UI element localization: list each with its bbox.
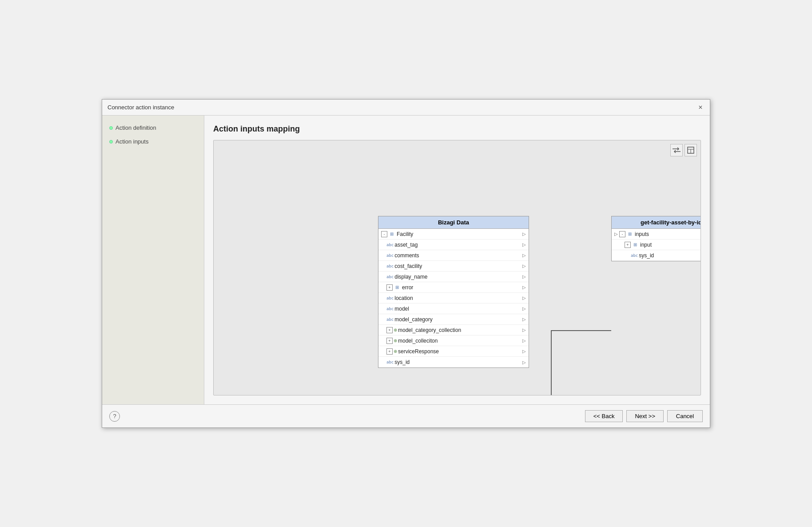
sidebar-item-action-definition[interactable]: Action definition <box>109 124 197 131</box>
abc-icon: abc <box>386 296 394 300</box>
row-label: inputs <box>635 231 701 237</box>
mapping-icon-button[interactable] <box>670 144 683 156</box>
dialog-title: Connector action instance <box>107 104 174 111</box>
main-content: Action inputs mapping <box>204 116 710 404</box>
table-row[interactable]: ▷ + ⊞ input <box>612 240 701 250</box>
page-title: Action inputs mapping <box>213 124 701 134</box>
dialog-footer: ? << Back Next >> Cancel <box>102 404 710 427</box>
row-arrow: ▷ <box>522 338 526 343</box>
connector-table-header: get-facility-asset-by-id <box>612 216 701 229</box>
expand-icon[interactable]: + <box>386 327 393 333</box>
expand-icon[interactable]: + <box>625 242 631 248</box>
row-arrow: ▷ <box>522 306 526 311</box>
row-arrow: ▷ <box>522 285 526 290</box>
row-label: error <box>402 284 521 291</box>
row-label: model_category <box>394 316 521 323</box>
mapping-icon <box>673 147 681 153</box>
abc-icon: abc <box>386 360 394 364</box>
row-arrow: ▷ <box>522 242 526 247</box>
table-row[interactable]: abc model_category ▷ <box>378 314 529 325</box>
title-bar: Connector action instance × <box>102 100 710 116</box>
row-label: Facility <box>397 231 521 237</box>
table-row[interactable]: + ⊕ serviceResponse ▷ <box>378 346 529 357</box>
table-row[interactable]: + ⊞ error ▷ <box>378 282 529 293</box>
row-label: cost_facility <box>394 263 521 269</box>
row-arrow: ▷ <box>522 349 526 354</box>
abc-icon: abc <box>386 275 394 279</box>
connector-action-dialog: Connector action instance × Action defin… <box>102 99 710 428</box>
toolbar-icons <box>670 144 697 156</box>
row-label: model_colleciton <box>398 338 521 344</box>
bizagi-table-header: Bizagi Data <box>378 216 529 229</box>
row-label: sys_id <box>639 252 701 259</box>
row-label: location <box>394 295 521 301</box>
footer-buttons: << Back Next >> Cancel <box>585 410 703 422</box>
row-label: comments <box>394 252 521 259</box>
sidebar: Action definition Action inputs <box>102 116 204 404</box>
abc-icon: abc <box>386 317 394 322</box>
sidebar-dot-action-definition <box>109 126 113 130</box>
row-arrow: ▷ <box>522 253 526 258</box>
table-row[interactable]: ▷ - ⊞ inputs <box>612 229 701 240</box>
row-label: model_category_collection <box>398 327 521 333</box>
layout-icon-button[interactable] <box>685 144 697 156</box>
row-arrow: ▷ <box>522 232 526 236</box>
row-label: serviceResponse <box>398 348 521 355</box>
table-icon: ⊞ <box>632 241 639 248</box>
bizagi-table-rows: - ⊞ Facility ▷ abc asset_tag ▷ <box>378 229 529 367</box>
table-row[interactable]: + ⊕ model_colleciton ▷ <box>378 335 529 346</box>
table-row[interactable]: - ⊞ Facility ▷ <box>378 229 529 240</box>
layout-icon <box>687 147 694 154</box>
sidebar-label-action-inputs: Action inputs <box>115 138 148 145</box>
back-button[interactable]: << Back <box>585 410 623 422</box>
row-label: sys_id <box>394 359 521 365</box>
abc-icon: abc <box>386 243 394 247</box>
close-button[interactable]: × <box>697 104 705 112</box>
table-row[interactable]: abc model ▷ <box>378 303 529 314</box>
sidebar-label-action-definition: Action definition <box>115 124 156 131</box>
row-arrow: ▷ <box>522 327 526 332</box>
expand-icon[interactable]: + <box>386 284 393 291</box>
next-button[interactable]: Next >> <box>626 410 664 422</box>
expand-icon[interactable]: - <box>381 231 387 237</box>
row-label: input <box>640 242 701 248</box>
connector-table-rows: ▷ - ⊞ inputs ▷ + ⊞ input <box>612 229 701 261</box>
expand-icon[interactable]: + <box>386 348 393 355</box>
row-arrow: ▷ <box>522 264 526 268</box>
expand-icon[interactable]: + <box>386 338 393 344</box>
row-label: asset_tag <box>394 242 521 248</box>
abc-icon: abc <box>386 253 394 258</box>
table-row[interactable]: abc sys_id ▷ <box>378 357 529 367</box>
abc-icon: abc <box>631 253 638 258</box>
expand-icon[interactable]: - <box>619 231 625 237</box>
row-arrow: ▷ <box>522 360 526 365</box>
mapping-area: Bizagi Data - ⊞ Facility ▷ abc asset_t <box>213 140 701 395</box>
row-label: model <box>394 306 521 312</box>
help-button[interactable]: ? <box>109 411 120 422</box>
table-row[interactable]: abc comments ▷ <box>378 250 529 261</box>
table-row[interactable]: abc asset_tag ▷ <box>378 240 529 250</box>
table-row[interactable]: abc display_name ▷ <box>378 271 529 282</box>
row-arrow: ▷ <box>522 295 526 300</box>
collection-icon: ⊕ <box>394 349 397 354</box>
cancel-button[interactable]: Cancel <box>667 410 703 422</box>
table-row[interactable]: + ⊕ model_category_collection ▷ <box>378 325 529 335</box>
table-row[interactable]: ▷ abc sys_id <box>612 250 701 261</box>
sidebar-item-action-inputs[interactable]: Action inputs <box>109 138 197 145</box>
table-icon: ⊞ <box>394 284 401 291</box>
collection-icon: ⊕ <box>394 338 397 343</box>
bizagi-data-table: Bizagi Data - ⊞ Facility ▷ abc asset_t <box>378 216 529 368</box>
sidebar-dot-action-inputs <box>109 140 113 144</box>
row-arrow: ▷ <box>522 274 526 279</box>
collection-icon: ⊕ <box>394 327 397 332</box>
mapping-line <box>529 331 611 395</box>
table-row[interactable]: abc location ▷ <box>378 293 529 303</box>
abc-icon: abc <box>386 307 394 311</box>
abc-icon: abc <box>386 264 394 268</box>
table-row[interactable]: abc cost_facility ▷ <box>378 261 529 271</box>
connector-table: get-facility-asset-by-id ▷ - ⊞ inputs ▷ <box>611 216 701 261</box>
row-label: display_name <box>394 274 521 280</box>
dialog-body: Action definition Action inputs Action i… <box>102 116 710 404</box>
table-icon: ⊞ <box>388 231 395 238</box>
row-arrow: ▷ <box>522 317 526 322</box>
